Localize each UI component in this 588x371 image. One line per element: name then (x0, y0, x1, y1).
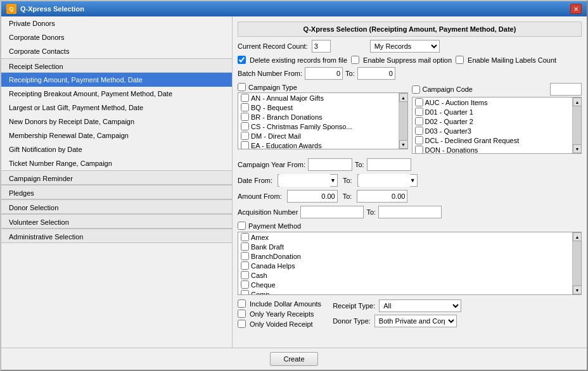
window-title: Q-Xpress Selection (20, 5, 84, 13)
receipt-type-select[interactable]: All Receipted Non-Receipted (379, 299, 461, 312)
create-button[interactable]: Create (270, 352, 317, 366)
list-item[interactable]: EA - Education Awards (238, 141, 399, 149)
sidebar-item-ticket-number[interactable]: Ticket Number Range, Campaign (1, 156, 232, 170)
campaign-code-label: Campaign Code (423, 85, 473, 93)
campaign-type-list-inner: AN - Annual Major Gifts BQ - Bequest BR … (238, 93, 399, 149)
amount-to-label: To: (343, 192, 352, 200)
list-item[interactable]: CS - Christmas Family Sponso... (238, 122, 399, 131)
only-yearly-checkbox[interactable] (238, 310, 246, 318)
list-item[interactable]: BR - Branch Donations (238, 112, 399, 122)
list-item[interactable]: DON - Donations (412, 145, 573, 153)
campaign-code-list-inner: AUC - Auction Items D01 - Quarter 1 D02 … (412, 97, 573, 153)
list-item[interactable]: Amex (238, 232, 572, 242)
scroll-down-btn[interactable]: ▼ (399, 140, 408, 149)
scroll-track (573, 241, 581, 286)
campaign-code-input[interactable] (550, 83, 582, 96)
include-dollar-checkbox[interactable] (238, 299, 246, 308)
delete-existing-label: Delete existing records from file (250, 56, 347, 64)
list-item[interactable]: DM - Direct Mail (238, 131, 399, 141)
acquisition-to-label: To: (366, 208, 376, 216)
enable-mailing-checkbox[interactable] (456, 56, 464, 64)
scroll-down-btn[interactable]: ▼ (573, 144, 582, 153)
campaign-type-header: Campaign Type (238, 83, 408, 91)
record-count-row: Current Record Count: My Records All Rec… (238, 40, 582, 53)
batch-to-label: To: (345, 70, 355, 77)
list-item[interactable]: D03 - Quarter3 (412, 126, 573, 135)
batch-from-input[interactable] (305, 67, 343, 80)
campaign-code-listbox: AUC - Auction Items D01 - Quarter 1 D02 … (412, 97, 582, 154)
campaign-code-col: Campaign Code AUC - Auction Items D01 - … (412, 83, 582, 154)
date-from-label: Date From: (238, 177, 272, 184)
scroll-up-btn[interactable]: ▲ (399, 93, 408, 102)
list-item[interactable]: DCL - Declined Grant Request (412, 135, 573, 145)
list-item[interactable]: AUC - Auction Items (412, 97, 573, 107)
date-from-input[interactable] (279, 174, 330, 187)
my-records-dropdown[interactable]: My Records All Records (370, 40, 440, 53)
campaign-type-listbox: AN - Annual Major Gifts BQ - Bequest BR … (238, 92, 408, 149)
list-item[interactable]: Cash (238, 270, 572, 280)
sidebar-item-private-donors[interactable]: Private Donors (1, 16, 232, 30)
list-item[interactable]: Comp (238, 289, 572, 294)
list-item[interactable]: BQ - Bequest (238, 103, 399, 112)
sidebar-item-receipting-amount[interactable]: Receipting Amount, Payment Method, Date (1, 73, 232, 87)
payment-method-checkbox[interactable] (238, 222, 246, 230)
acquisition-to-input[interactable] (378, 206, 442, 218)
sidebar-item-membership-renewal[interactable]: Membership Renewal Date, Campaign (1, 129, 232, 142)
date-from-dropdown-icon[interactable]: ▼ (330, 177, 336, 184)
list-item[interactable]: BranchDonation (238, 251, 572, 261)
scroll-up-btn[interactable]: ▲ (573, 97, 582, 106)
enable-suppress-checkbox[interactable] (351, 56, 359, 64)
record-count-label: Current Record Count: (238, 42, 308, 50)
sidebar-item-gift-notification[interactable]: Gift Notification by Date (1, 142, 232, 156)
only-voided-row: Only Voided Receipt (238, 320, 321, 328)
campaign-type-scrollbar[interactable]: ▲ ▼ (399, 93, 407, 149)
only-yearly-row: Only Yearly Receipts (238, 310, 321, 318)
panel-title: Q-Xpress Selection (Receipting Amount, P… (238, 22, 582, 37)
sidebar-item-largest-gift[interactable]: Largest or Last Gift, Payment Method, Da… (1, 101, 232, 115)
scroll-track (573, 106, 581, 144)
campaign-code-checkbox[interactable] (412, 85, 420, 94)
amount-from-label: Amount From: (238, 192, 282, 200)
list-item[interactable]: D01 - Quarter 1 (412, 107, 573, 116)
list-item[interactable]: Bank Draft (238, 242, 572, 251)
section-administrative-selection: Administrative Selection (1, 229, 232, 243)
campaign-year-to-input[interactable] (367, 158, 411, 171)
batch-to-input[interactable] (357, 67, 395, 80)
payment-method-list-inner: Amex Bank Draft BranchDonation Canada He… (238, 232, 572, 294)
app-icon: Q (6, 4, 16, 14)
campaign-type-checkbox[interactable] (238, 83, 246, 91)
acquisition-label: Acquisition Number (238, 208, 298, 216)
sidebar-item-receipting-breakout[interactable]: Receipting Breakout Amount, Payment Meth… (1, 87, 232, 101)
donor-type-row: Donor Type: Both Private and Corporate P… (333, 315, 461, 327)
date-to-input[interactable] (359, 174, 410, 187)
only-voided-checkbox[interactable] (238, 320, 246, 328)
campaign-type-col: Campaign Type AN - Annual Major Gifts BQ… (238, 83, 408, 154)
list-item[interactable]: AN - Annual Major Gifts (238, 93, 399, 103)
main-window: Q Q-Xpress Selection ✕ Private Donors Co… (0, 0, 588, 371)
payment-method-scrollbar[interactable]: ▲ ▼ (572, 232, 581, 294)
list-item[interactable]: Cheque (238, 280, 572, 289)
sidebar-item-new-donors[interactable]: New Donors by Receipt Date, Campaign (1, 115, 232, 129)
amount-from-input[interactable] (287, 190, 338, 203)
sidebar-item-corporate-donors[interactable]: Corporate Donors (1, 30, 232, 44)
record-count-input[interactable] (312, 40, 331, 53)
campaign-code-scrollbar[interactable]: ▲ ▼ (572, 97, 581, 153)
list-item[interactable]: Canada Helps (238, 261, 572, 270)
list-item[interactable]: D02 - Quarter 2 (412, 116, 573, 126)
title-bar: Q Q-Xpress Selection ✕ (1, 1, 587, 16)
receipt-donor-col: Receipt Type: All Receipted Non-Receipte… (333, 299, 461, 327)
donor-type-select[interactable]: Both Private and Corporate Private Only … (374, 315, 457, 327)
sidebar-item-corporate-contacts[interactable]: Corporate Contacts (1, 44, 232, 58)
amount-to-input[interactable] (357, 190, 407, 203)
payment-method-header: Payment Method (238, 222, 582, 230)
payment-method-listbox: Amex Bank Draft BranchDonation Canada He… (238, 232, 582, 295)
close-button[interactable]: ✕ (570, 4, 582, 14)
acquisition-input[interactable] (300, 206, 364, 218)
payment-method-section: Payment Method Amex Bank Draft BranchDon… (238, 222, 582, 295)
date-to-dropdown-icon[interactable]: ▼ (410, 177, 416, 184)
scroll-down-btn[interactable]: ▼ (573, 286, 582, 294)
section-receipt-selection: Receipt Selection (1, 58, 232, 73)
scroll-up-btn[interactable]: ▲ (573, 232, 582, 241)
delete-existing-checkbox[interactable] (238, 56, 246, 64)
campaign-year-from-input[interactable] (308, 158, 352, 171)
